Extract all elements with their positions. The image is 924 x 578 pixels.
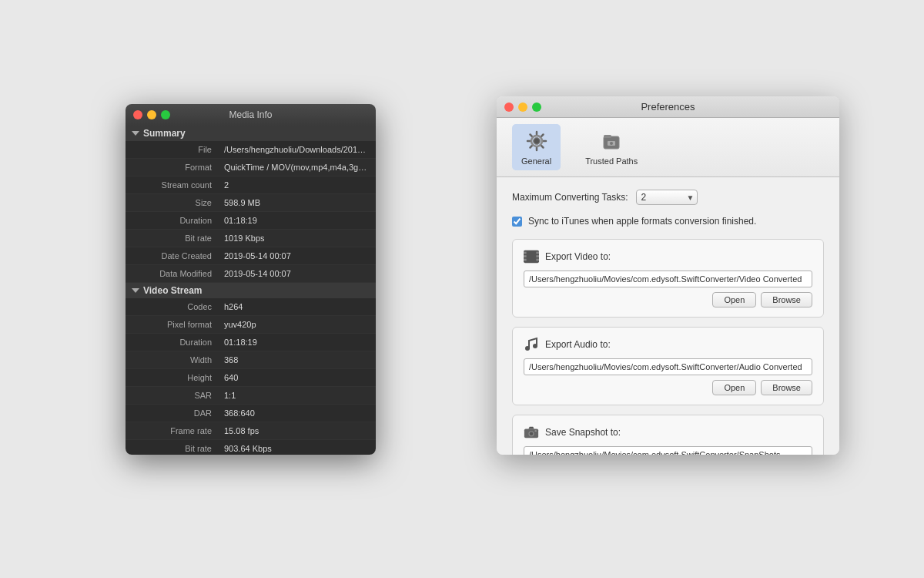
summary-label: Summary — [143, 128, 186, 139]
video-stream-triangle — [132, 288, 139, 293]
pref-minimize-button[interactable] — [518, 102, 527, 112]
frame-rate-label: Frame rate — [126, 424, 218, 438]
file-label: File — [126, 143, 218, 156]
sync-itunes-checkbox[interactable] — [512, 217, 522, 227]
export-video-browse-button[interactable]: Browse — [761, 292, 812, 307]
general-tab-label: General — [521, 156, 551, 166]
table-row: File /Users/hengzhuoliu/Downloads/2019-.… — [126, 141, 376, 159]
table-row: Pixel format yuv420p — [126, 316, 376, 334]
camera-icon — [524, 425, 539, 440]
svg-rect-4 — [604, 135, 611, 138]
video-stream-rows: Codec h264 Pixel format yuv420p Duration… — [126, 298, 376, 455]
close-button[interactable] — [133, 110, 142, 119]
svg-rect-12 — [536, 255, 539, 257]
v-bitrate-label: Bit rate — [126, 442, 218, 455]
stream-count-value: 2 — [218, 178, 235, 192]
height-label: Height — [126, 371, 218, 385]
video-stream-header[interactable]: Video Stream — [126, 283, 376, 298]
video-stream-label: Video Stream — [143, 285, 202, 296]
data-modified-value: 2019-05-14 00:07 — [218, 267, 297, 281]
summary-triangle — [132, 131, 139, 136]
export-audio-header: Export Audio to: — [524, 337, 812, 352]
max-tasks-label: Maximum Converting Tasks: — [512, 192, 628, 203]
table-row: Bit rate 903.64 Kbps — [126, 440, 376, 455]
duration-value: 01:18:19 — [218, 213, 263, 227]
save-snapshot-header: Save Snapshot to: — [524, 425, 812, 440]
pref-close-button[interactable] — [504, 102, 514, 112]
export-audio-section: Export Audio to: Open Browse — [512, 327, 824, 405]
export-video-path-input[interactable] — [524, 271, 812, 287]
table-row: Codec h264 — [126, 298, 376, 316]
svg-rect-13 — [536, 259, 539, 261]
svg-rect-10 — [524, 259, 527, 261]
table-row: Size 598.9 MB — [126, 194, 376, 212]
table-row: SAR 1:1 — [126, 387, 376, 405]
format-label: Format — [126, 160, 218, 174]
tab-trusted-paths[interactable]: Trusted Paths — [576, 124, 647, 170]
export-video-open-button[interactable]: Open — [712, 292, 756, 307]
pref-maximize-button[interactable] — [532, 102, 541, 112]
table-row: Date Created 2019-05-14 00:07 — [126, 247, 376, 265]
export-audio-buttons: Open Browse — [524, 380, 812, 395]
svg-rect-8 — [524, 252, 527, 254]
format-value: QuickTime / MOV(mov,mp4,m4a,3gp,... — [218, 160, 376, 174]
table-row: Format QuickTime / MOV(mov,mp4,m4a,3gp,.… — [126, 159, 376, 176]
export-audio-path-input[interactable] — [524, 358, 812, 375]
stream-count-label: Stream count — [126, 178, 218, 192]
preferences-titlebar: Preferences — [497, 96, 839, 118]
sar-label: SAR — [126, 388, 218, 402]
export-video-buttons: Open Browse — [524, 292, 812, 307]
max-tasks-select[interactable]: 2 1 3 4 — [636, 190, 698, 205]
size-value: 598.9 MB — [218, 196, 266, 210]
svg-point-18 — [530, 432, 534, 436]
summary-header[interactable]: Summary — [126, 126, 376, 141]
save-snapshot-title: Save Snapshot to: — [545, 427, 621, 438]
v-codec-value: h264 — [218, 300, 249, 314]
export-audio-browse-button[interactable]: Browse — [761, 380, 812, 395]
window-controls — [133, 110, 170, 119]
export-video-header: Export Video to: — [524, 249, 812, 264]
pixel-format-value: yuv420p — [218, 318, 263, 331]
svg-rect-9 — [524, 255, 527, 257]
table-row: Frame rate 15.08 fps — [126, 422, 376, 440]
size-label: Size — [126, 196, 218, 210]
table-row: Height 640 — [126, 369, 376, 387]
export-audio-title: Export Audio to: — [545, 339, 611, 350]
table-row: Width 368 — [126, 351, 376, 369]
music-note-icon — [524, 337, 539, 352]
export-video-title: Export Video to: — [545, 251, 611, 262]
file-value: /Users/hengzhuoliu/Downloads/2019-... — [218, 143, 376, 156]
width-label: Width — [126, 353, 218, 367]
tab-general[interactable]: General — [512, 124, 561, 170]
max-tasks-select-wrapper: 2 1 3 4 ▼ — [636, 190, 698, 205]
v-duration-value: 01:18:19 — [218, 335, 263, 349]
table-row: Stream count 2 — [126, 176, 376, 194]
summary-rows: File /Users/hengzhuoliu/Downloads/2019-.… — [126, 141, 376, 283]
media-info-window: Media Info Summary File /Users/hengzhuol… — [126, 104, 376, 455]
export-audio-open-button[interactable]: Open — [712, 380, 756, 395]
preferences-title: Preferences — [641, 101, 695, 113]
pref-window-controls — [504, 102, 541, 112]
film-icon — [524, 249, 539, 264]
preferences-toolbar: General Trusted Paths — [497, 118, 839, 177]
dar-value: 368:640 — [218, 406, 261, 420]
sync-itunes-row: Sync to iTunes when apple formats conver… — [512, 216, 824, 227]
trusted-paths-tab-label: Trusted Paths — [585, 156, 638, 166]
save-snapshot-path-input[interactable] — [524, 446, 812, 455]
duration-label: Duration — [126, 213, 218, 227]
minimize-button[interactable] — [147, 110, 156, 119]
gear-icon — [524, 129, 549, 153]
media-info-content: Summary File /Users/hengzhuoliu/Download… — [126, 126, 376, 455]
max-tasks-row: Maximum Converting Tasks: 2 1 3 4 ▼ — [512, 190, 824, 205]
v-duration-label: Duration — [126, 335, 218, 349]
svg-point-15 — [533, 344, 537, 348]
svg-point-14 — [525, 346, 530, 351]
sync-itunes-label[interactable]: Sync to iTunes when apple formats conver… — [528, 216, 756, 227]
svg-rect-19 — [535, 430, 537, 432]
table-row: DAR 368:640 — [126, 405, 376, 422]
date-created-label: Date Created — [126, 249, 218, 263]
frame-rate-value: 15.08 fps — [218, 424, 265, 438]
maximize-button[interactable] — [161, 110, 170, 119]
export-video-section: Export Video to: Open Browse — [512, 239, 824, 318]
table-row: Duration 01:18:19 — [126, 212, 376, 230]
